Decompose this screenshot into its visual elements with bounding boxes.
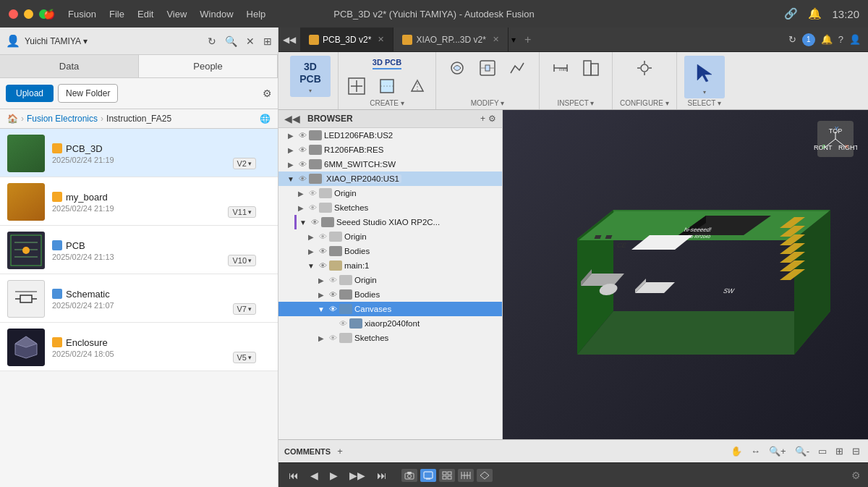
timeline-icon-grid2[interactable] [458, 469, 474, 482]
file-item-pcb[interactable]: PCB 2025/02/24 21:13 V10 [0, 226, 278, 274]
anim-prev-button[interactable]: ◀ [307, 468, 321, 483]
timeline-icon-grid1[interactable] [439, 469, 455, 482]
tree-item-bodies2[interactable]: ▶ 👁 Bodies [278, 287, 502, 302]
comments-add-button[interactable]: + [335, 444, 345, 458]
share-icon[interactable]: 🔗 [784, 7, 798, 20]
home-icon[interactable]: 🏠 [7, 114, 18, 124]
tree-item-res[interactable]: ▶ 👁 R1206FAB:RES [278, 143, 502, 157]
tab-scroll-left[interactable]: ◀◀ [278, 27, 300, 51]
version-badge-enclosure[interactable]: V5 [233, 352, 256, 363]
upload-button[interactable]: Upload [6, 85, 54, 102]
add-tab-button[interactable]: + [519, 27, 537, 51]
comments-tool-btn2[interactable]: ↔ [749, 444, 762, 458]
search-icon[interactable]: 🔍 [225, 35, 237, 47]
help-button[interactable]: ? [838, 34, 843, 45]
tree-vis-sketches1[interactable]: 👁 [306, 203, 319, 212]
timeline-icon-screen[interactable] [420, 469, 436, 482]
grid-view-button[interactable]: ⊞ [833, 444, 846, 458]
file-item-pcb3d[interactable]: PCB_3D 2025/02/24 21:19 V2 [0, 129, 278, 177]
tab-data[interactable]: Data [0, 55, 139, 77]
ribbon-select-btn[interactable]: ▾ [684, 56, 725, 98]
tree-expand-origin2[interactable]: ▶ [306, 233, 316, 241]
tree-item-canvases[interactable]: ▼ 👁 Canvases [278, 302, 502, 316]
apple-menu[interactable]: 🍎 [43, 9, 55, 20]
file-item-schematic[interactable]: Schematic 2025/02/24 21:07 V7 [0, 274, 278, 323]
ribbon-configure-btn1[interactable] [631, 56, 658, 80]
tree-vis-font[interactable]: 👁 [336, 319, 349, 328]
new-folder-button[interactable]: New Folder [58, 84, 118, 103]
tree-expand-origin3[interactable]: ▶ [316, 276, 326, 284]
notification-badge[interactable]: 1 [802, 33, 815, 46]
tree-expand-sketches1[interactable]: ▶ [296, 204, 306, 212]
tree-expand-xiao-us1[interactable]: ▼ [286, 175, 296, 183]
menu-help[interactable]: Help [247, 9, 266, 20]
tree-expand-res[interactable]: ▶ [286, 146, 296, 154]
tree-vis-canvases[interactable]: 👁 [326, 305, 339, 313]
view-toggle-button[interactable]: ▭ [816, 444, 829, 458]
doc-tab-pcb3d-close[interactable]: ✕ [378, 35, 384, 44]
menu-window[interactable]: Window [200, 9, 233, 20]
globe-icon[interactable]: 🌐 [260, 114, 271, 124]
animation-settings-icon[interactable]: ⚙ [851, 470, 861, 481]
tree-item-seeed[interactable]: ▼ 👁 Seeed Studio XIAO RP2C... [294, 215, 502, 229]
user-name[interactable]: Yuichi TAMIYA ▾ [25, 36, 88, 46]
comments-tool-btn1[interactable]: ✋ [728, 444, 744, 458]
tree-vis-res[interactable]: 👁 [296, 145, 309, 154]
tree-expand-sketches2[interactable]: ▶ [316, 334, 326, 342]
tree-item-origin2[interactable]: ▶ 👁 Origin [278, 229, 502, 244]
tree-vis-main1[interactable]: 👁 [316, 261, 329, 270]
tree-expand-sw[interactable]: ▶ [286, 161, 296, 169]
grid-icon[interactable]: ⊞ [263, 35, 272, 47]
anim-start-button[interactable]: ⏮ [286, 468, 302, 483]
tree-item-origin1[interactable]: ▶ 👁 Origin [278, 186, 502, 200]
tree-vis-origin1[interactable]: 👁 [306, 189, 319, 198]
settings-gear-button[interactable]: ⚙ [263, 88, 272, 99]
anim-end-button[interactable]: ⏭ [374, 468, 390, 483]
tree-expand-bodies2[interactable]: ▶ [316, 291, 326, 299]
tree-vis-seeed[interactable]: 👁 [308, 218, 321, 226]
tree-vis-origin3[interactable]: 👁 [326, 276, 339, 284]
tree-vis-sw[interactable]: 👁 [296, 160, 309, 169]
ribbon-inspect-btn1[interactable]: mm [547, 56, 574, 80]
3d-view-area[interactable]: ◀◀ BROWSER + ⚙ ▶ 👁 LED1206FAB:US2 [278, 110, 868, 439]
tree-expand-bodies1[interactable]: ▶ [306, 247, 316, 255]
refresh-icon[interactable]: ↻ [208, 35, 216, 47]
tree-item-sketches2[interactable]: ▶ 👁 Sketches [278, 331, 502, 345]
close-button[interactable] [9, 9, 18, 19]
breadcrumb-fusion-electronics[interactable]: Fusion Electronics [27, 114, 98, 124]
ribbon-modify-btn3[interactable] [504, 56, 532, 80]
menu-fusion[interactable]: Fusion [68, 9, 96, 20]
tab-scroll-arrows[interactable]: ▾ [509, 35, 519, 45]
menu-edit[interactable]: Edit [137, 9, 153, 20]
doc-tab-xiao[interactable]: XIAO_RP...3D v2* ✕ [393, 27, 509, 51]
tree-expand-seeed[interactable]: ▼ [298, 219, 308, 226]
pcb-3d-container[interactable]: hi-seeeed! xiao RP2040 CE [510, 117, 861, 432]
doc-tab-xiao-close[interactable]: ✕ [493, 35, 499, 44]
tab-people[interactable]: People [139, 55, 278, 77]
browser-collapse-icon[interactable]: ◀◀ [284, 113, 300, 124]
tree-vis-bodies1[interactable]: 👁 [316, 247, 329, 255]
tree-vis-xiao-us1[interactable]: 👁 [296, 174, 309, 183]
menu-view[interactable]: View [166, 9, 187, 20]
version-badge-pcb3d[interactable]: V2 [233, 158, 256, 169]
tree-item-bodies1[interactable]: ▶ 👁 Bodies [278, 244, 502, 258]
tree-vis-sketches2[interactable]: 👁 [326, 334, 339, 342]
file-item-enclosure[interactable]: Enclosure 2025/02/24 18:05 V5 [0, 323, 278, 371]
tree-expand-origin1[interactable]: ▶ [296, 190, 306, 198]
ribbon-create-square-btn[interactable] [373, 74, 401, 98]
profile-button[interactable]: 👤 [849, 34, 861, 45]
doc-tab-pcb3d[interactable]: PCB_3D v2* ✕ [300, 27, 393, 51]
timeline-icon-key[interactable] [477, 469, 493, 482]
alert-icon[interactable]: 🔔 [808, 7, 822, 20]
tree-vis-origin2[interactable]: 👁 [316, 232, 329, 241]
tree-expand-led[interactable]: ▶ [286, 132, 296, 140]
version-badge-schematic[interactable]: V7 [233, 303, 256, 315]
timeline-icon-camera[interactable] [401, 469, 417, 482]
ribbon-modify-btn1[interactable] [443, 56, 471, 80]
tree-vis-bodies2[interactable]: 👁 [326, 290, 339, 299]
browser-settings-button[interactable]: ⚙ [488, 114, 496, 124]
tree-item-led[interactable]: ▶ 👁 LED1206FAB:US2 [278, 128, 502, 143]
zoom-in-button[interactable]: 🔍+ [767, 444, 788, 458]
tree-vis-led[interactable]: 👁 [296, 131, 309, 140]
version-badge-myboard[interactable]: V11 [228, 206, 256, 218]
